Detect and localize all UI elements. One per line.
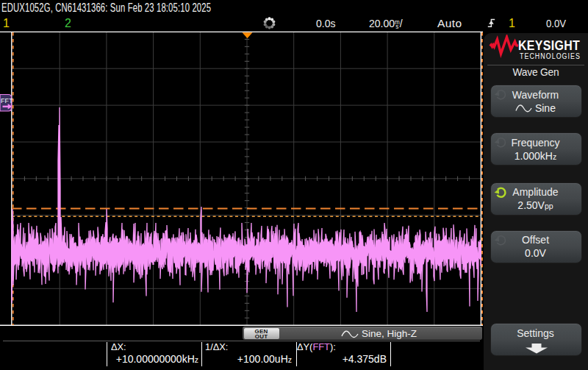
svg-text:FFT: FFT	[1, 97, 13, 104]
